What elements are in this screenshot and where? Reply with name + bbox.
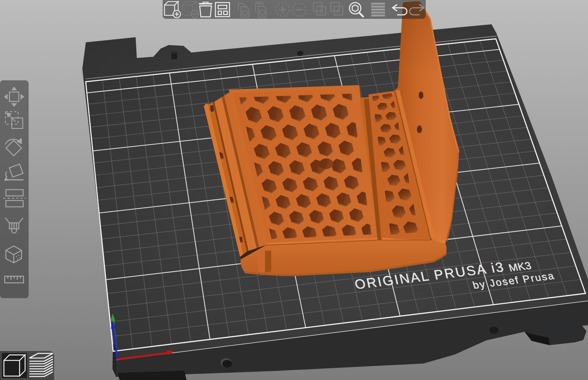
- svg-text:P: P: [336, 8, 340, 14]
- svg-text:0: 0: [319, 8, 323, 14]
